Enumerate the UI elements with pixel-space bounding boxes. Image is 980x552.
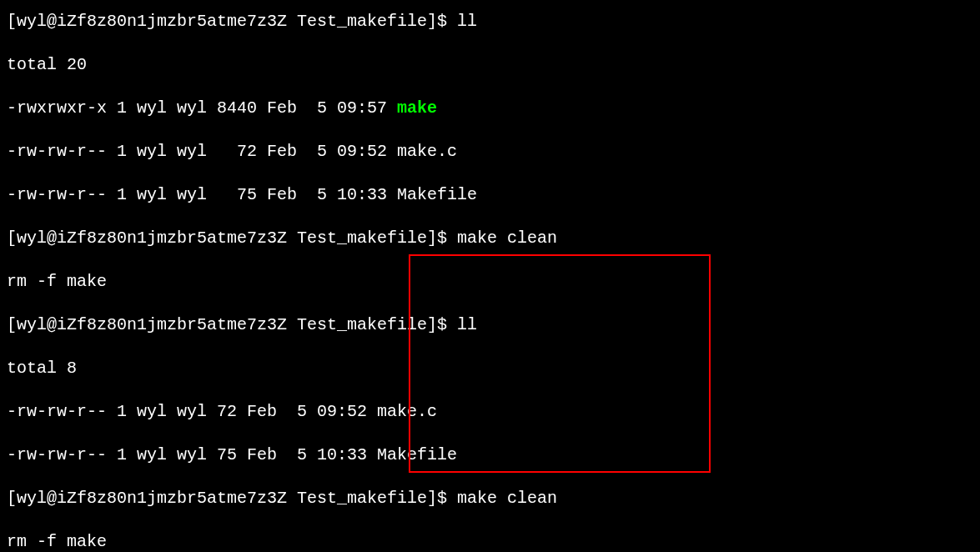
terminal-line: [wyl@iZf8z80n1jmzbr5atme7z3Z Test_makefi… <box>7 488 973 509</box>
terminal-line: [wyl@iZf8z80n1jmzbr5atme7z3Z Test_makefi… <box>7 11 973 33</box>
file-entry: -rw-rw-r-- 1 wyl wyl 75 Feb 5 10:33 Make… <box>7 445 457 464</box>
executable-file: make <box>397 98 437 118</box>
ls-total: total 20 <box>7 55 87 74</box>
prompt-command: [wyl@iZf8z80n1jmzbr5atme7z3Z Test_makefi… <box>7 315 477 334</box>
prompt-command: [wyl@iZf8z80n1jmzbr5atme7z3Z Test_makefi… <box>7 228 557 248</box>
command-output: rm -f make <box>7 272 107 291</box>
terminal-output[interactable]: [wyl@iZf8z80n1jmzbr5atme7z3Z Test_makefi… <box>7 0 973 552</box>
terminal-line: [wyl@iZf8z80n1jmzbr5atme7z3Z Test_makefi… <box>7 228 973 249</box>
terminal-line: total 20 <box>7 54 973 76</box>
ls-total: total 8 <box>7 359 77 378</box>
terminal-line: total 8 <box>7 358 973 379</box>
terminal-line: -rw-rw-r-- 1 wyl wyl 75 Feb 5 10:33 Make… <box>7 184 973 206</box>
file-entry: -rw-rw-r-- 1 wyl wyl 72 Feb 5 09:52 make… <box>7 402 437 421</box>
terminal-line: [wyl@iZf8z80n1jmzbr5atme7z3Z Test_makefi… <box>7 314 973 336</box>
terminal-line: -rwxrwxr-x 1 wyl wyl 8440 Feb 5 09:57 ma… <box>7 98 973 119</box>
terminal-line: -rw-rw-r-- 1 wyl wyl 72 Feb 5 09:52 make… <box>7 141 973 163</box>
terminal-line: rm -f make <box>7 531 973 552</box>
terminal-line: -rw-rw-r-- 1 wyl wyl 75 Feb 5 10:33 Make… <box>7 444 973 466</box>
terminal-line: rm -f make <box>7 271 973 293</box>
command-output: rm -f make <box>7 532 107 551</box>
prompt-partial: [wyl@iZf8z80n1jmzbr5atme7z3Z Test_makefi… <box>7 12 477 31</box>
file-entry: -rw-rw-r-- 1 wyl wyl 72 Feb 5 09:52 make… <box>7 142 457 161</box>
file-entry: -rw-rw-r-- 1 wyl wyl 75 Feb 5 10:33 Make… <box>7 185 477 204</box>
prompt-command: [wyl@iZf8z80n1jmzbr5atme7z3Z Test_makefi… <box>7 489 557 508</box>
file-perm: -rwxrwxr-x 1 wyl wyl 8440 Feb 5 09:57 <box>7 98 397 118</box>
terminal-line: -rw-rw-r-- 1 wyl wyl 72 Feb 5 09:52 make… <box>7 401 973 423</box>
